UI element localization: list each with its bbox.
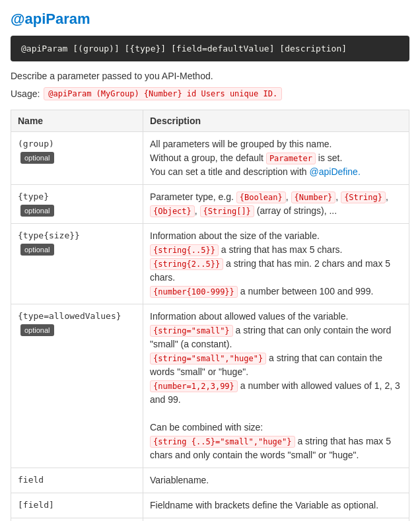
param-name-cell: field — [11, 468, 143, 493]
param-name: {type} — [18, 190, 49, 203]
param-desc-cell: Information about allowed values of the … — [143, 304, 409, 468]
param-name: (group) — [18, 137, 54, 151]
param-desc-cell: Information about the size of the variab… — [143, 224, 409, 304]
table-row: {type}optionalParameter type, e.g. {Bool… — [11, 185, 409, 224]
param-name-cell: [field] — [11, 493, 143, 518]
param-desc-cell: Variablename. — [143, 468, 409, 493]
param-desc-cell: All parameters will be grouped by this n… — [143, 132, 409, 185]
param-desc-cell: Fieldname with brackets define the Varia… — [143, 493, 409, 518]
usage-code: @apiParam (MyGroup) {Number} id Users un… — [44, 87, 282, 100]
param-name: [field] — [18, 499, 54, 512]
param-name-cell: {type=allowedValues}optional — [11, 304, 143, 468]
param-name: {type{size}} — [18, 229, 80, 242]
optional-badge: optional — [20, 324, 54, 337]
param-name-cell: (group)optional — [11, 132, 143, 185]
param-name: field — [18, 473, 44, 487]
syntax-block: @apiParam [(group)] [{type}] [field=defa… — [11, 36, 409, 61]
params-table: Name Description (group)optionalAll para… — [11, 110, 409, 521]
optional-badge: optional — [20, 152, 54, 164]
table-header-row: Name Description — [11, 110, 409, 132]
param-name: {type=allowedValues} — [18, 310, 122, 323]
optional-badge: optional — [20, 244, 54, 256]
table-row: {type{size}}optionalInformation about th… — [11, 224, 409, 304]
table-row: fieldVariablename. — [11, 468, 409, 493]
optional-badge: optional — [20, 205, 54, 217]
usage-line: Usage: @apiParam (MyGroup) {Number} id U… — [11, 87, 409, 100]
col-name-header: Name — [11, 110, 143, 132]
usage-label: Usage: — [11, 88, 40, 99]
description-text: Describe a parameter passed to you API-M… — [11, 69, 409, 83]
param-name-cell: =defaultValueoptional — [11, 518, 143, 522]
syntax-code: @apiParam [(group)] [{type}] [field=defa… — [21, 44, 347, 53]
param-name-cell: {type{size}}optional — [11, 224, 143, 304]
col-desc-header: Description — [143, 110, 409, 132]
param-desc-cell: Parameter type, e.g. {Boolean}, {Number}… — [143, 185, 409, 224]
param-desc-cell: The parameters default value. — [143, 518, 409, 522]
page-title: @apiParam — [11, 11, 409, 28]
table-row: =defaultValueoptionalThe parameters defa… — [11, 518, 409, 522]
table-row: {type=allowedValues}optionalInformation … — [11, 304, 409, 468]
table-row: (group)optionalAll parameters will be gr… — [11, 132, 409, 185]
table-row: [field]Fieldname with brackets define th… — [11, 493, 409, 518]
param-name-cell: {type}optional — [11, 185, 143, 224]
